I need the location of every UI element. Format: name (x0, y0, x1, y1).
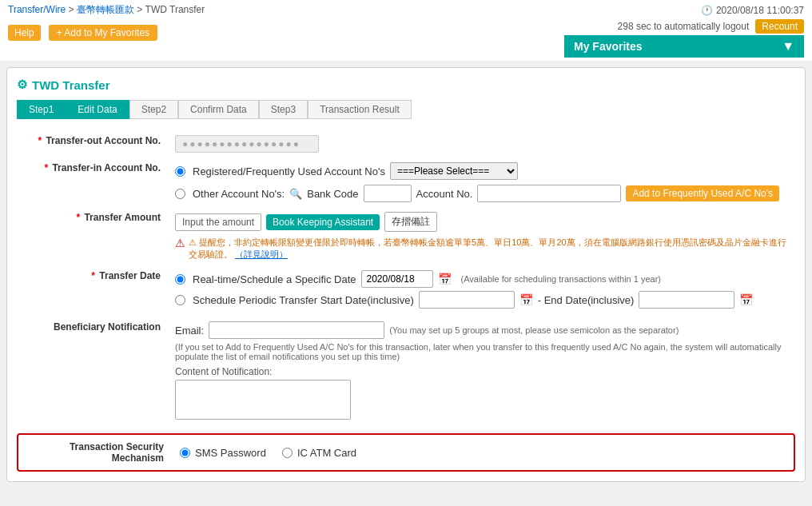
top-left-section: Transfer/Wire > 臺幣轉帳匯款 > TWD Transfer He… (8, 3, 205, 41)
beneficiary-note: (If you set to Add to Frequently Used A/… (175, 342, 789, 361)
required-star: * (38, 135, 42, 146)
registered-option-row: Registered/Frequently Used Account No's … (175, 162, 789, 180)
registered-radio[interactable] (175, 166, 185, 177)
transfer-date-row: * Transfer Date Real-time/Schedule a Spe… (17, 265, 795, 317)
beneficiary-label: Beneficiary Notification (54, 321, 161, 333)
confirm-data-tab[interactable]: Confirm Data (178, 100, 259, 119)
transfer-in-label: Transfer-in Account No. (52, 162, 161, 173)
step1-tab[interactable]: Step1 (17, 100, 66, 119)
other-label: Other Account No's: (193, 188, 285, 200)
page-title: ⚙ TWD Transfer (17, 78, 795, 92)
my-favorites-label: My Favorites (574, 40, 643, 53)
content-row: Content of Notification: (175, 366, 789, 422)
step2-tab[interactable]: Step2 (129, 100, 178, 119)
security-box: Transaction Security Mechanism SMS Passw… (17, 433, 795, 472)
transfer-amount-row: * Transfer Amount Input the amount Book … (17, 207, 795, 265)
form-table: * Transfer-out Account No. ●●●●●●●●●●●●●… (17, 130, 795, 427)
required-star4: * (91, 270, 95, 281)
datetime-display: 2020/08/18 11:00:37 (716, 5, 804, 16)
bookkeeping-button[interactable]: Book Keeping Assistant (266, 214, 380, 230)
sms-option-label[interactable]: SMS Password (180, 447, 266, 459)
email-row: Email: (You may set up 5 groups at most,… (175, 321, 789, 339)
other-radio[interactable] (175, 189, 185, 199)
registered-label: Registered/Frequently Used Account No's (193, 165, 385, 177)
bank-code-input[interactable] (364, 185, 412, 202)
memo-button[interactable]: 存摺備註 (384, 212, 437, 232)
chevron-down-icon: ▼ (782, 39, 794, 54)
account-no-input[interactable] (477, 185, 621, 202)
warning-icon: ⚠ (175, 237, 185, 249)
transfer-in-options: Registered/Frequently Used Account No's … (175, 162, 789, 202)
beneficiary-row: Beneficiary Notification Email: (You may… (17, 317, 795, 427)
end-date-input[interactable] (639, 291, 734, 309)
clock-icon: 🕐 (701, 5, 713, 16)
sms-label: SMS Password (195, 447, 266, 459)
start-calendar-icon[interactable]: 📅 (519, 293, 533, 306)
ic-atm-option-label[interactable]: IC ATM Card (282, 447, 356, 459)
sms-radio[interactable] (180, 448, 190, 458)
content-label: Content of Notification: (175, 366, 789, 377)
other-option-row: Other Account No's: 🔍 Bank Code Account … (175, 185, 789, 202)
content-textarea[interactable] (175, 380, 351, 420)
security-row: Transaction Security Mechanism SMS Passw… (28, 441, 784, 464)
my-favorites-bar[interactable]: My Favorites ▼ (564, 35, 804, 58)
end-date-label: - End Date(inclusive) (538, 294, 635, 306)
email-note: (You may set up 5 groups at most, please… (389, 325, 679, 335)
transfer-in-row: * Transfer-in Account No. Registered/Fre… (17, 157, 795, 207)
transfer-out-row: * Transfer-out Account No. ●●●●●●●●●●●●●… (17, 130, 795, 157)
warning-text: ⚠ 提醒您，非約定轉帳限額變更僅限於即時轉帳，若臺幣轉帳金額逾單筆5萬、單日10… (189, 237, 789, 261)
breadcrumb: Transfer/Wire > 臺幣轉帳匯款 > TWD Transfer (8, 3, 205, 17)
end-calendar-icon[interactable]: 📅 (739, 293, 753, 306)
edit-data-tab[interactable]: Edit Data (66, 100, 129, 119)
date-input[interactable] (361, 270, 433, 288)
step3-tab[interactable]: Step3 (259, 100, 308, 119)
schedule-radio[interactable] (175, 295, 185, 305)
right-panel: 🕐 2020/08/18 11:00:37 298 sec to automat… (564, 3, 804, 58)
recount-button[interactable]: Recount (755, 19, 804, 34)
logout-countdown: 298 sec to automatically logout (618, 21, 750, 32)
realtime-radio[interactable] (175, 274, 185, 285)
search-icon: 🔍 (289, 188, 302, 200)
bank-code-label: Bank Code (307, 188, 358, 200)
ic-atm-radio[interactable] (282, 448, 293, 458)
transfer-out-account: ●●●●●●●●●●●●●●●● (175, 135, 319, 153)
warning-box: ⚠ ⚠ 提醒您，非約定轉帳限額變更僅限於即時轉帳，若臺幣轉帳金額逾單筆5萬、單日… (175, 237, 789, 261)
transaction-result-tab[interactable]: Transaction Result (308, 100, 412, 119)
security-label: Transaction Security Mechanism (28, 441, 164, 464)
warning-link[interactable]: （詳見說明） (235, 249, 288, 259)
amount-row: Input the amount Book Keeping Assistant … (175, 212, 789, 232)
realtime-date-row: Real-time/Schedule a Specific Date 📅 (Av… (175, 270, 789, 288)
schedule-label: Schedule Periodic Transfer Start Date(in… (193, 294, 414, 306)
security-options: SMS Password IC ATM Card (180, 447, 356, 459)
transfer-amount-label: Transfer Amount (84, 212, 161, 223)
realtime-label: Real-time/Schedule a Specific Date (193, 273, 356, 285)
gear-icon: ⚙ (17, 78, 27, 92)
email-label: Email: (175, 325, 204, 337)
account-no-label: Account No. (416, 188, 473, 200)
schedule-date-row: Schedule Periodic Transfer Start Date(in… (175, 291, 789, 309)
registered-select[interactable]: ===Please Select=== (390, 162, 518, 180)
help-button[interactable]: Help (8, 25, 41, 41)
input-amount-button[interactable]: Input the amount (175, 213, 261, 231)
required-star2: * (44, 162, 48, 173)
email-input[interactable] (209, 321, 384, 339)
calendar-icon[interactable]: 📅 (438, 273, 452, 285)
header: Transfer/Wire > 臺幣轉帳匯款 > TWD Transfer He… (0, 0, 812, 61)
ic-atm-label: IC ATM Card (297, 447, 356, 459)
steps-nav: Step1 Edit Data Step2 Confirm Data Step3… (17, 100, 795, 119)
date-note: (Available for scheduling transactions w… (461, 274, 661, 284)
add-fav-ac-button[interactable]: Add to Frequently Used A/C No's (626, 185, 779, 201)
transfer-out-label: Transfer-out Account No. (46, 135, 161, 146)
start-date-input[interactable] (419, 291, 515, 309)
add-to-favorites-button[interactable]: + Add to My Favorites (49, 25, 157, 41)
transfer-date-label: Transfer Date (99, 270, 161, 281)
required-star3: * (76, 212, 80, 223)
main-content: ⚙ TWD Transfer Step1 Edit Data Step2 Con… (6, 67, 806, 482)
